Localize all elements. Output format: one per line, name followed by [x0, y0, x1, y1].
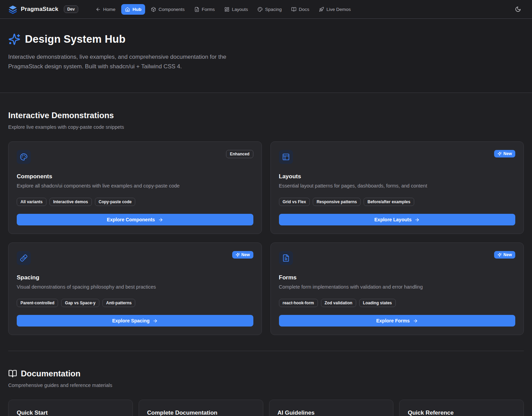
arrow-right-icon: [153, 318, 158, 323]
sparkles-icon: [236, 253, 240, 257]
nav-item-live-demos[interactable]: Live Demos: [315, 4, 354, 15]
tag: react-hook-form: [279, 299, 318, 307]
tag: Before/after examples: [364, 198, 414, 206]
palette-icon: [257, 7, 263, 12]
book-open-icon: [8, 369, 17, 378]
explore-components-button[interactable]: Explore Components: [17, 214, 253, 225]
brand-name: PragmaStack: [21, 6, 58, 13]
theme-toggle-button[interactable]: [512, 3, 524, 15]
nav-item-forms[interactable]: Forms: [191, 4, 219, 15]
hero-section: Design System Hub Interactive demonstrat…: [0, 19, 532, 93]
doc-card-title: Quick Reference: [408, 410, 515, 416]
arrow-right-icon: [415, 217, 420, 222]
arrow-right-icon: [413, 318, 418, 323]
palette-icon: [17, 150, 31, 164]
page-subtitle: Interactive demonstrations, live example…: [8, 52, 263, 71]
brand[interactable]: PragmaStack Dev: [8, 5, 78, 14]
doc-card-quick-reference[interactable]: Quick Reference Cheat sheet for lookups: [399, 400, 524, 416]
card-description: Complete form implementations with valid…: [279, 284, 516, 290]
status-badge: New: [494, 150, 515, 157]
tag: Responsive patterns: [313, 198, 361, 206]
file-text-icon: [194, 7, 199, 12]
doc-card-complete-documentation[interactable]: Complete Documentation Full design syste…: [139, 400, 263, 416]
card-title: Layouts: [279, 173, 516, 180]
status-badge: Enhanced: [226, 150, 253, 158]
arrow-left-icon: [96, 7, 101, 12]
ruler-icon: [17, 251, 31, 265]
docs-heading: Documentation: [21, 369, 81, 378]
tag: Parent-controlled: [17, 299, 58, 307]
panels-top-left-icon: [279, 150, 293, 164]
status-badge: New: [494, 251, 515, 259]
tag: Loading states: [359, 299, 396, 307]
doc-card-quick-start[interactable]: Quick Start 5-minute crash course: [8, 400, 133, 416]
card-description: Visual demonstrations of spacing philoso…: [17, 284, 253, 290]
demos-subheading: Explore live examples with copy-paste co…: [8, 124, 524, 130]
doc-card-grid: Quick Start 5-minute crash course Comple…: [8, 400, 524, 416]
demo-card-forms: New Forms Complete form implementations …: [270, 242, 524, 335]
demo-card-components: Enhanced Components Explore all shadcn/u…: [8, 141, 262, 234]
tag-row: Grid vs Flex Responsive patterns Before/…: [279, 198, 516, 206]
demo-card-grid: Enhanced Components Explore all shadcn/u…: [8, 141, 524, 335]
layers-logo-icon: [8, 5, 17, 14]
demos-heading: Interactive Demonstrations: [8, 93, 524, 120]
tag-row: react-hook-form Zod validation Loading s…: [279, 299, 516, 307]
tag: Anti-patterns: [102, 299, 136, 307]
nav-item-hub[interactable]: Hub: [121, 4, 145, 15]
top-navbar: PragmaStack Dev Home Hub Components Fo: [0, 0, 532, 19]
tag: Gap vs Space-y: [61, 299, 99, 307]
rocket-icon: [319, 7, 324, 12]
sparkles-icon: [498, 152, 502, 156]
main-nav: Home Hub Components Forms Layouts: [92, 4, 354, 15]
book-open-icon: [291, 7, 296, 12]
card-title: Components: [17, 173, 253, 180]
nav-item-home[interactable]: Home: [92, 4, 119, 15]
explore-layouts-button[interactable]: Explore Layouts: [279, 214, 516, 225]
doc-card-title: Complete Documentation: [147, 410, 255, 416]
tag: Interactive demos: [50, 198, 92, 206]
doc-card-title: Quick Start: [17, 410, 124, 416]
main-content: Interactive Demonstrations Explore live …: [0, 93, 532, 416]
card-description: Explore all shadcn/ui components with li…: [17, 183, 253, 189]
env-badge: Dev: [64, 5, 78, 13]
nav-item-spacing[interactable]: Spacing: [254, 4, 285, 15]
card-title: Spacing: [17, 274, 253, 281]
doc-card-ai-guidelines[interactable]: AI Guidelines Rules for AI code generati…: [269, 400, 394, 416]
status-badge: New: [232, 251, 253, 259]
explore-forms-button[interactable]: Explore Forms: [279, 315, 516, 327]
moon-icon: [515, 6, 521, 12]
demo-card-spacing: New Spacing Visual demonstrations of spa…: [8, 242, 262, 335]
card-description: Essential layout patterns for pages, das…: [279, 183, 516, 189]
page-title: Design System Hub: [25, 33, 126, 45]
tag-row: All variants Interactive demos Copy-past…: [17, 198, 253, 206]
doc-card-title: AI Guidelines: [278, 410, 385, 416]
arrow-right-icon: [158, 217, 163, 222]
package-icon: [151, 7, 156, 12]
tag: All variants: [17, 198, 46, 206]
tag: Copy-paste code: [95, 198, 136, 206]
file-text-icon: [279, 251, 293, 265]
tag: Grid vs Flex: [279, 198, 310, 206]
tag: Zod validation: [321, 299, 356, 307]
nav-item-layouts[interactable]: Layouts: [221, 4, 252, 15]
tag-row: Parent-controlled Gap vs Space-y Anti-pa…: [17, 299, 253, 307]
layout-grid-icon: [224, 7, 229, 12]
nav-item-components[interactable]: Components: [147, 4, 188, 15]
house-icon: [125, 7, 130, 12]
card-title: Forms: [279, 274, 516, 281]
demo-card-layouts: New Layouts Essential layout patterns fo…: [270, 141, 524, 234]
docs-subheading: Comprehensive guides and reference mater…: [8, 383, 524, 388]
explore-spacing-button[interactable]: Explore Spacing: [17, 315, 253, 327]
sparkles-icon: [8, 33, 20, 45]
nav-item-docs[interactable]: Docs: [288, 4, 313, 15]
sparkles-icon: [498, 253, 502, 257]
